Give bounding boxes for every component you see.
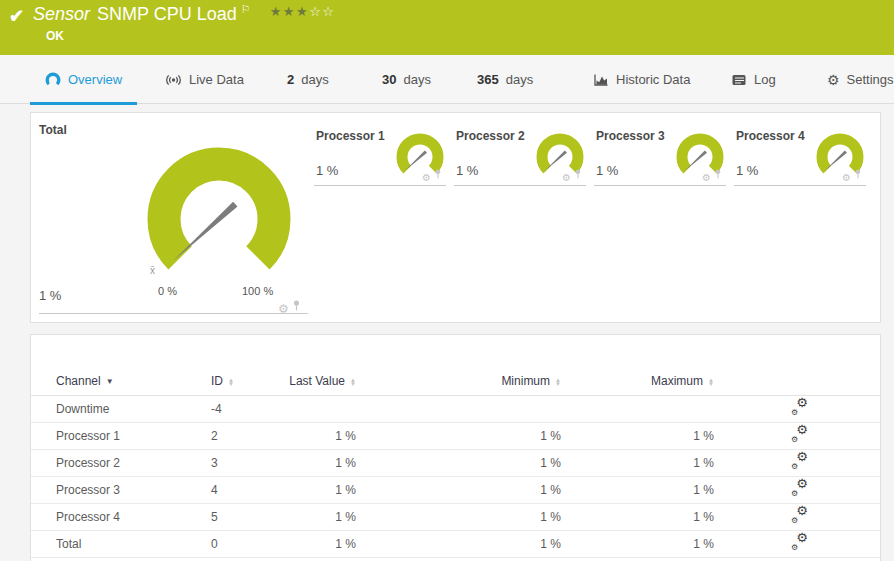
- channel-maximum: 1 %: [561, 422, 714, 449]
- table-row: Total 0 1 % 1 % 1 % ⚙⚙: [31, 530, 880, 557]
- sort-desc-icon: ▼: [106, 377, 114, 386]
- mini-gauge-actions: ⚙: [842, 165, 862, 183]
- sort-icon: ▲▼: [350, 378, 356, 386]
- column-header-last-value[interactable]: Last Value▲▼: [281, 367, 356, 395]
- tab-number: 2: [287, 72, 294, 87]
- mini-gauge-processor-3: Processor 3 1 % ⚙: [594, 129, 726, 186]
- pin-icon[interactable]: [574, 165, 582, 183]
- channel-last-value: 1 %: [281, 503, 356, 530]
- gear-icon[interactable]: ⚙: [562, 173, 571, 183]
- tab-label: Settings: [847, 72, 894, 87]
- tab-label: Log: [754, 72, 776, 87]
- tab-log[interactable]: Log: [716, 55, 791, 104]
- table-header-row: Channel▼ ID▲▼ Last Value▲▼ Minimum▲▼ Max…: [31, 367, 880, 395]
- tab-historic-data[interactable]: Historic Data: [578, 55, 705, 104]
- tab-365-days[interactable]: 365 days: [462, 55, 548, 104]
- tab-number: 30: [382, 72, 396, 87]
- channel-last-value: [281, 395, 356, 422]
- live-data-icon: [165, 72, 182, 88]
- gauge-mean-marker: x̄: [150, 265, 155, 276]
- tab-label: Historic Data: [616, 72, 690, 87]
- channel-last-value: 1 %: [281, 530, 356, 557]
- mini-gauge-actions: ⚙: [702, 165, 722, 183]
- gauge-scale-max: 100 %: [242, 285, 273, 297]
- channel-settings-icon[interactable]: ⚙⚙: [791, 535, 808, 550]
- gauge-needle: [173, 202, 237, 261]
- sensor-type-label: Sensor: [33, 4, 90, 24]
- gear-icon[interactable]: ⚙: [842, 173, 851, 183]
- tab-2-days[interactable]: 2 days: [272, 55, 344, 104]
- sensor-status: OK: [46, 29, 64, 43]
- pin-icon[interactable]: [714, 165, 722, 183]
- mini-gauge-value: 1 %: [456, 163, 478, 178]
- pin-icon[interactable]: [854, 165, 862, 183]
- tab-label: Live Data: [189, 72, 244, 87]
- total-gauge-divider: [39, 313, 308, 314]
- star-empty-icon[interactable]: ☆: [309, 4, 322, 19]
- gauge-panel: Total x̄ 1 % 0 % 100 % ⚙ Processor 1 1 %…: [30, 112, 881, 323]
- channel-maximum: 1 %: [561, 503, 714, 530]
- tab-label: Overview: [68, 72, 122, 87]
- column-header-id[interactable]: ID▲▼: [211, 367, 281, 395]
- star-filled-icon[interactable]: ★: [283, 4, 296, 19]
- mini-gauge-actions: ⚙: [562, 165, 582, 183]
- channel-settings-icon[interactable]: ⚙⚙: [791, 454, 808, 469]
- channel-name: Processor 1: [31, 422, 211, 449]
- column-header-maximum[interactable]: Maximum▲▼: [561, 367, 714, 395]
- mini-gauge-processor-2: Processor 2 1 % ⚙: [454, 129, 586, 186]
- historic-data-icon: [593, 72, 609, 88]
- channel-id: 3: [211, 449, 281, 476]
- channel-last-value: 1 %: [281, 449, 356, 476]
- column-header-channel[interactable]: Channel▼: [31, 367, 211, 395]
- channel-id: -4: [211, 395, 281, 422]
- gauge-scale-min: 0 %: [158, 285, 177, 297]
- tab-live-data[interactable]: Live Data: [150, 55, 259, 104]
- sensor-title: SNMP CPU Load: [97, 4, 237, 24]
- column-header-minimum[interactable]: Minimum▲▼: [356, 367, 561, 395]
- channel-minimum: [356, 395, 561, 422]
- channel-id: 0: [211, 530, 281, 557]
- channel-settings-icon[interactable]: ⚙⚙: [791, 427, 808, 442]
- channel-maximum: 1 %: [561, 476, 714, 503]
- channel-minimum: 1 %: [356, 422, 561, 449]
- sensor-header: ✔ SensorSNMP CPU Load⚐ ★★★☆☆ OK: [0, 0, 894, 55]
- status-ok-check-icon: ✔: [9, 5, 24, 27]
- sensor-tab-bar: Overview Live Data 2 days 30 days 365 da…: [0, 55, 894, 104]
- channel-minimum: 1 %: [356, 530, 561, 557]
- channel-maximum: 1 %: [561, 449, 714, 476]
- tab-settings[interactable]: ⚙ Settings: [812, 55, 894, 104]
- mini-gauge-processor-4: Processor 4 1 % ⚙: [734, 129, 866, 186]
- channel-name: Downtime: [31, 395, 211, 422]
- sort-icon: ▲▼: [228, 378, 234, 386]
- pin-icon[interactable]: [434, 165, 442, 183]
- tab-30-days[interactable]: 30 days: [367, 55, 446, 104]
- channel-last-value: 1 %: [281, 476, 356, 503]
- channel-minimum: 1 %: [356, 503, 561, 530]
- total-gauge-value: 1 %: [39, 288, 61, 303]
- mini-gauge-label: Processor 4: [736, 129, 805, 143]
- tab-overview[interactable]: Overview: [30, 55, 137, 104]
- table-row: Processor 3 4 1 % 1 % 1 % ⚙⚙: [31, 476, 880, 503]
- mini-gauge-label: Processor 3: [596, 129, 665, 143]
- tab-unit: days: [301, 72, 328, 87]
- flag-icon[interactable]: ⚐: [241, 3, 251, 15]
- gear-icon[interactable]: ⚙: [422, 173, 431, 183]
- channel-id: 5: [211, 503, 281, 530]
- channel-minimum: 1 %: [356, 476, 561, 503]
- column-header-actions: [714, 367, 880, 395]
- star-empty-icon[interactable]: ☆: [322, 4, 335, 19]
- channel-settings-icon[interactable]: ⚙⚙: [791, 400, 808, 415]
- table-row: Processor 2 3 1 % 1 % 1 % ⚙⚙: [31, 449, 880, 476]
- star-filled-icon[interactable]: ★: [270, 4, 283, 19]
- tab-unit: days: [506, 72, 533, 87]
- priority-stars[interactable]: ★★★☆☆: [270, 4, 336, 19]
- channel-settings-icon[interactable]: ⚙⚙: [791, 481, 808, 496]
- channel-settings-icon[interactable]: ⚙⚙: [791, 508, 808, 523]
- channel-maximum: 1 %: [561, 530, 714, 557]
- channel-name: Processor 3: [31, 476, 211, 503]
- tab-unit: days: [403, 72, 430, 87]
- gear-icon[interactable]: ⚙: [702, 173, 711, 183]
- star-filled-icon[interactable]: ★: [296, 4, 309, 19]
- sort-icon: ▲▼: [555, 378, 561, 386]
- channel-id: 2: [211, 422, 281, 449]
